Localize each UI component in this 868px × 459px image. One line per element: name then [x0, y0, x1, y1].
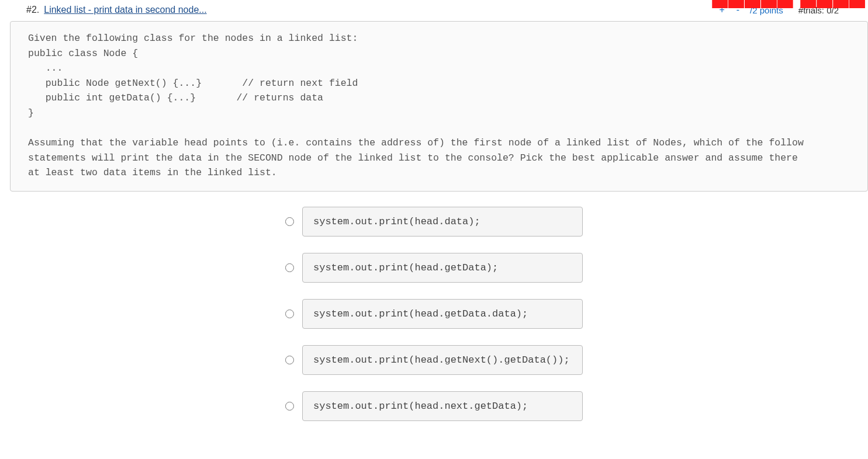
answer-choices: system.out.print(head.data); system.out.… [0, 207, 868, 421]
choice-text-3[interactable]: system.out.print(head.getData.data); [302, 299, 583, 329]
choice-radio-4[interactable] [285, 356, 294, 364]
choice-text-5[interactable]: system.out.print(head.next.getData); [302, 391, 583, 421]
question-prompt: Given the following class for the nodes … [10, 21, 868, 192]
choice-radio-3[interactable] [285, 310, 294, 318]
choice-row[interactable]: system.out.print(head.getData.data); [285, 299, 583, 329]
choice-row[interactable]: system.out.print(head.getData); [285, 253, 583, 283]
question-number: #2. [26, 5, 39, 15]
choice-text-2[interactable]: system.out.print(head.getData); [302, 253, 583, 283]
choice-radio-2[interactable] [285, 263, 294, 272]
choice-text-1[interactable]: system.out.print(head.data); [302, 207, 583, 237]
choice-row[interactable]: system.out.print(head.next.getData); [285, 391, 583, 421]
choice-row[interactable]: system.out.print(head.data); [285, 207, 583, 237]
question-title-link[interactable]: Linked list - print data in second node.… [44, 5, 206, 15]
choice-radio-5[interactable] [285, 402, 294, 411]
choice-row[interactable]: system.out.print(head.getNext().getData(… [285, 345, 583, 375]
partial-red-text: █████ ████ [712, 0, 866, 8]
choice-radio-1[interactable] [285, 217, 294, 226]
choice-text-4[interactable]: system.out.print(head.getNext().getData(… [302, 345, 583, 375]
